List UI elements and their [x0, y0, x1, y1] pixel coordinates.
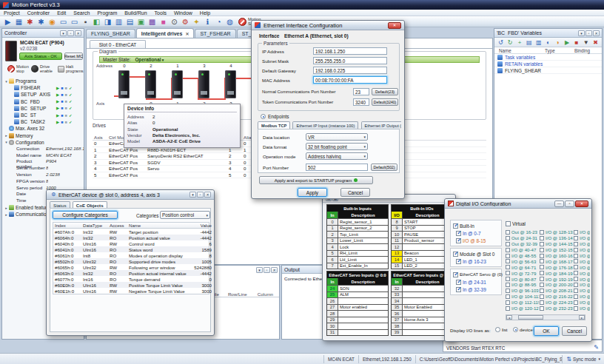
radio-devices[interactable]: devices — [513, 327, 535, 332]
cancel-button[interactable]: Cancel — [562, 326, 587, 336]
tree-item-configuration[interactable]: Configuration — [4, 139, 84, 146]
checkbox-icon[interactable] — [456, 259, 461, 264]
tree-item-program[interactable]: BC_FBD ▶ ■ ■ ✓ — [4, 98, 84, 105]
io-row[interactable]: 29 — [327, 317, 388, 323]
io-range-checkbox[interactable]: I/O @ 344-351 — [574, 306, 590, 311]
expander-icon[interactable] — [4, 133, 9, 138]
toolbar-icon[interactable]: ◉ — [47, 17, 57, 27]
toolbar-icon[interactable]: ▩ — [147, 17, 157, 27]
variables-toolbar-icon[interactable]: ✖ — [591, 38, 600, 47]
maximize-icon[interactable] — [197, 192, 204, 198]
categories-select[interactable]: Position control — [160, 211, 210, 219]
data-format-select[interactable]: 32 bit floating point — [306, 143, 368, 150]
tree-item-programs[interactable]: Programs — [4, 78, 84, 84]
checkbox-icon[interactable] — [574, 254, 578, 258]
io-range-checkbox[interactable]: I/O @ 80-87 — [506, 276, 539, 282]
variables-toolbar-icon[interactable]: ▼ — [582, 38, 590, 47]
apply-export-button[interactable]: Apply and export to STARTUP program — [259, 176, 373, 184]
io-group-parent[interactable]: Module @ Slot 0 — [453, 250, 499, 257]
col-name[interactable]: Name — [494, 48, 545, 53]
checkbox-icon[interactable] — [540, 230, 544, 235]
window-menu-icon[interactable] — [189, 192, 196, 198]
axis-status-button[interactable]: Axis Status - OK — [19, 53, 62, 60]
menu-item[interactable]: Build/Run — [121, 10, 150, 16]
io-range-checkbox[interactable]: I/O @ 272-279 — [574, 253, 590, 259]
io-group-parent[interactable]: Built-In — [453, 222, 499, 229]
io-row[interactable]: 12 — [392, 243, 452, 250]
expander-icon[interactable] — [4, 140, 9, 144]
toolbar-icon[interactable]: ▦ — [14, 17, 24, 27]
token-port-field[interactable]: 3240 — [353, 98, 369, 106]
io-range-checkbox[interactable]: Out @ 16-23 — [506, 229, 539, 235]
slot-tab[interactable]: Slot 0 - EtherCAT — [90, 40, 146, 48]
io-range-checkbox[interactable]: I/O @ 168-175 — [540, 258, 573, 264]
apply-button[interactable]: Apply — [298, 188, 327, 197]
variable-row[interactable]: Task variables — [494, 54, 602, 61]
toolbar-icon[interactable]: ▤ — [125, 17, 135, 27]
checkbox-icon[interactable] — [574, 300, 578, 305]
io-row[interactable]: 15LED_2 — [392, 263, 452, 269]
checkbox-icon[interactable] — [506, 283, 510, 287]
checkbox-icon[interactable] — [574, 294, 578, 299]
io-group-child[interactable]: In @ 24-31 — [453, 278, 499, 286]
io-range-checkbox[interactable]: I/O @ 56-63 — [506, 258, 539, 264]
col-binding[interactable]: Binding — [574, 48, 590, 53]
tab-flying-shear[interactable]: FLYING_SHEAR — [86, 29, 135, 38]
io-row[interactable]: 30 — [327, 323, 388, 329]
toolbar-icon[interactable]: ■ — [158, 17, 168, 27]
toolbar-icon[interactable]: ℹ — [203, 17, 212, 27]
io-row[interactable]: 7Ext_Enable_In — [327, 263, 388, 269]
io-row[interactable]: 14LED_1 — [392, 256, 452, 263]
checkbox-icon[interactable] — [456, 280, 461, 285]
toolbar-icon[interactable]: ▣ — [136, 17, 146, 27]
io-row[interactable]: 39 — [392, 329, 452, 336]
port-default-button[interactable]: Default(502) — [371, 164, 397, 171]
drive-image[interactable] — [118, 70, 130, 98]
checkbox-icon[interactable] — [540, 277, 544, 281]
checkbox-icon[interactable] — [574, 289, 578, 293]
close-icon[interactable] — [204, 192, 211, 198]
io-group-child[interactable]: I/O @ 8-15 — [453, 237, 499, 244]
checkbox-icon[interactable] — [456, 287, 461, 292]
panel-menu-icon[interactable] — [256, 267, 263, 273]
checkbox-icon[interactable] — [506, 242, 510, 246]
normal-port-field[interactable]: 23 — [353, 88, 369, 95]
io-row[interactable]: 0Regist_sensor_1 — [327, 218, 388, 225]
normal-port-default-button[interactable]: Default(23) — [372, 88, 398, 95]
menu-item[interactable]: Help — [196, 10, 214, 16]
checkbox-icon[interactable] — [506, 300, 510, 305]
io-row[interactable]: 33 — [392, 291, 452, 298]
toolbar-icon[interactable]: ▥ — [114, 17, 124, 27]
io-group-child[interactable]: In @ 0-7 — [453, 229, 499, 237]
io-range-checkbox[interactable]: I/O @ 304-311 — [574, 276, 590, 282]
tree-item-program[interactable]: BC_SETUP ▶ ■ ■ ✓ — [4, 105, 84, 112]
io-range-checkbox[interactable]: I/O @ 96-103 — [506, 288, 539, 294]
checkbox-icon[interactable] — [540, 254, 544, 258]
io-range-checkbox[interactable]: I/O @ 184-191 — [540, 270, 573, 276]
checkbox-icon[interactable] — [574, 271, 578, 275]
checkbox-icon[interactable] — [506, 277, 510, 281]
checkbox-icon[interactable] — [574, 236, 578, 240]
drive-image[interactable] — [172, 70, 183, 98]
checkbox-icon[interactable] — [506, 306, 510, 311]
io-row[interactable]: 26 — [327, 297, 388, 304]
menu-item[interactable]: Window — [170, 10, 196, 16]
checkbox-icon[interactable] — [506, 271, 510, 275]
checkbox-icon[interactable] — [506, 248, 510, 252]
tree-item-program[interactable]: SETUP_AXIS ▶ ■ ■ ✓ — [4, 91, 84, 98]
checkbox-icon[interactable] — [540, 306, 544, 311]
io-row[interactable]: 34 — [392, 297, 452, 304]
radio-list[interactable]: list — [495, 327, 508, 332]
io-row[interactable]: 13Beacon — [392, 250, 452, 257]
checkbox-icon[interactable] — [453, 272, 458, 277]
io-row[interactable]: 24SON — [327, 285, 388, 291]
toolbar-icon[interactable]: ▶ — [3, 17, 13, 27]
io-range-checkbox[interactable]: I/O @ 120-127 — [506, 306, 539, 311]
reset-mc-button[interactable]: Reset MC — [64, 53, 83, 60]
io-row[interactable]: 36 — [392, 310, 452, 317]
horizontal-scrollbar[interactable]: ◂ ▸ — [506, 314, 585, 320]
coe-object-row[interactable]: #60E0h:0 UInt16 RW Positive Torque Limit… — [53, 282, 209, 288]
panel-menu-icon[interactable] — [578, 30, 585, 36]
io-row[interactable]: 9STOP — [392, 225, 452, 232]
close-icon[interactable] — [575, 200, 588, 207]
